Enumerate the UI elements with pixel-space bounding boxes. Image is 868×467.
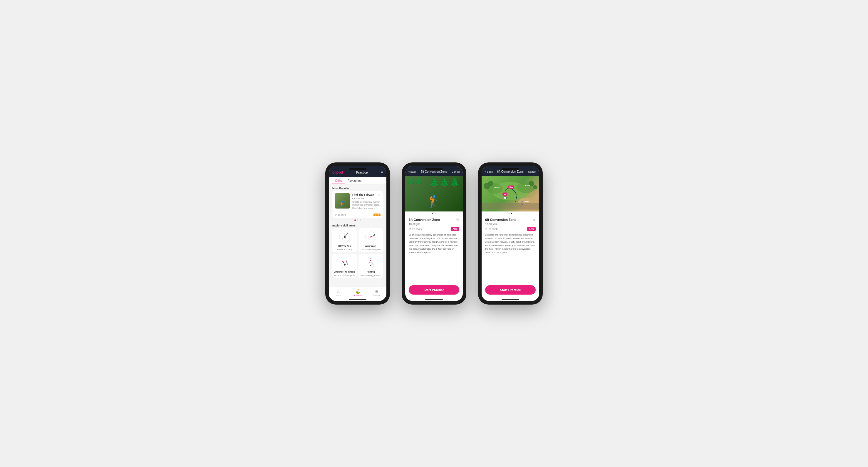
back-button[interactable]: < Back [408,170,416,173]
skill-areas-grid: Off The Tee Power accuracy [329,228,386,280]
shot-count: ⏱ 10 shots [335,213,346,216]
capture-icon: ⊕ [375,289,378,294]
skill-subtitle: Make and lag practice [361,274,380,276]
card-subtitle: Off The Tee [352,197,380,200]
trees-left-icon: 🌲🌲 [407,178,423,185]
skill-title: Around The Green [334,270,355,273]
scene: clippd Practice ≡ Drills Favourites Most… [313,145,555,322]
svg-point-32 [533,185,537,190]
cancel-button[interactable]: Cancel [452,170,460,173]
nav-capture[interactable]: ⊕ Capture [367,289,386,296]
detail-header: < Back 6ft Conversion Zone Cancel [482,166,539,176]
dot-1[interactable] [354,220,356,221]
shots-count: ⏱ 20 shots [409,228,422,231]
detail-header-title: 6ft Conversion Zone [421,170,447,173]
favourite-star-icon[interactable]: ☆ [378,193,380,197]
image-dot-1[interactable] [508,213,510,214]
nav-activities-label: Activities [353,294,362,296]
course-map-svg: Miss Hit 🏌️ SAND FAIRWAY ROUGH [482,176,539,211]
skill-putting[interactable]: Putting Make and lag practice [359,254,383,278]
drill-title-row: 6ft Conversion Zone ☆ [409,218,459,222]
skill-approach[interactable]: Approach Dial-in to hit the green [359,228,383,252]
drill-star-icon[interactable]: ☆ [456,218,459,222]
svg-text:FAIRWAY: FAIRWAY [495,187,500,188]
tab-favourites[interactable]: Favourites [345,177,364,184]
skill-off-the-tee[interactable]: Off The Tee Power accuracy [332,228,357,252]
main-content: Most Popular Find The Fairway Off The Te… [329,185,386,287]
image-dot-1[interactable] [432,213,433,214]
home-indicator [502,299,519,300]
svg-text:Hit: Hit [504,194,506,195]
image-dot-2[interactable] [435,213,436,214]
drill-detail-body: 6ft Conversion Zone ☆ 10-50 yds ⏱ 20 sho… [405,215,463,283]
golfer-photo-icon: 🏌️ [427,195,441,208]
svg-text:SAND: SAND [524,201,529,203]
drill-range: 10-50 yds [485,223,536,226]
svg-point-22 [370,260,371,261]
svg-text:Miss: Miss [509,187,513,188]
carousel-dots [329,218,386,222]
svg-text:ROUGH: ROUGH [525,185,530,186]
clock-icon: ⏱ [485,228,488,231]
shots-badge-row: ⏱ 20 shots ARG [409,227,459,231]
card-description: Create an imaginary fairway using trees … [352,201,380,210]
phone-2: < Back 6ft Conversion Zone Cancel 🌲🌲 🌲🌲🌲… [402,162,466,305]
svg-point-12 [374,234,375,236]
start-practice-button[interactable]: Start Practice [409,285,459,295]
phone-3: < Back 6ft Conversion Zone Cancel [478,162,543,305]
most-popular-label: Most Popular [329,185,386,191]
phone-notch [502,168,519,170]
phone-1-screen: clippd Practice ≡ Drills Favourites Most… [329,166,386,301]
detail-header-title: 6ft Conversion Zone [497,170,524,173]
skill-title: Putting [367,270,375,273]
drill-detail-body: 6ft Conversion Zone ☆ 10-50 yds ⏱ 20 sho… [482,215,539,283]
nav-capture-label: Capture [373,294,380,296]
card-body: Find The Fairway Off The Tee Create an i… [352,193,380,210]
dot-3[interactable] [360,220,361,221]
phone-2-screen: < Back 6ft Conversion Zone Cancel 🌲🌲 🌲🌲🌲… [405,166,463,301]
svg-point-37 [504,197,506,199]
clock-icon: ⏱ [335,213,337,216]
drill-title: 6ft Conversion Zone [409,218,440,222]
svg-point-23 [370,259,371,259]
tab-drills[interactable]: Drills [332,177,345,184]
menu-icon[interactable]: ≡ [381,170,383,174]
svg-point-30 [488,180,493,186]
skill-title: Approach [365,245,376,247]
drill-range: 10-50 yds [409,223,459,226]
nav-activities[interactable]: ⛳ Activities [348,289,367,296]
explore-label: Explore skill areas [329,222,386,228]
svg-line-5 [345,237,346,239]
shots-badge-row: ⏱ 20 shots ARG [485,227,536,231]
golfer-image [335,193,350,208]
drill-star-icon[interactable]: ☆ [532,218,536,222]
dot-2[interactable] [357,220,359,221]
clock-icon: ⏱ [409,228,411,231]
nav-home[interactable]: ⌂ Home [329,289,348,296]
detail-header: < Back 6ft Conversion Zone Cancel [405,166,463,176]
nav-home-label: Home [336,294,341,296]
back-button[interactable]: < Back [485,170,493,173]
drill-description: 20 shots are randomly generated at dista… [485,233,536,254]
phone-1: clippd Practice ≡ Drills Favourites Most… [325,162,390,305]
off-the-tee-icon [338,231,351,243]
card-thumbnail [335,193,350,208]
activities-icon: ⛳ [355,289,360,294]
arg-badge: ARG [451,227,459,231]
drill-map: Miss Hit 🏌️ SAND FAIRWAY ROUGH [482,176,539,211]
image-carousel-dots [482,211,539,215]
home-indicator [349,299,366,300]
start-practice-button[interactable]: Start Practice [485,285,536,295]
around-green-icon [338,257,351,269]
svg-point-17 [347,263,348,265]
skill-around-green[interactable]: Around The Green Hone your short game [332,254,357,278]
app-logo: clippd [332,170,343,174]
cancel-button[interactable]: Cancel [528,170,536,173]
drill-photo: 🌲🌲 🌲🌲🌲 🏌️ [405,176,463,211]
svg-point-20 [370,265,371,266]
featured-drill-card[interactable]: Find The Fairway Off The Tee Create an i… [332,191,383,212]
svg-line-4 [345,234,348,237]
card-footer: ⏱ 10 shots OTT [332,212,383,218]
skill-subtitle: Dial-in to hit the green [361,248,380,251]
image-dot-2[interactable] [511,213,512,214]
